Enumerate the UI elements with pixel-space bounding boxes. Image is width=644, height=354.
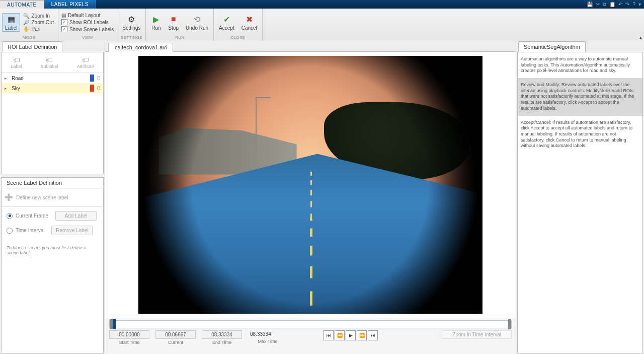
ribbon: ▦ Label 🔍Zoom In 🔎Zoom Out ✋Pan MODE ▤De… <box>0 9 644 41</box>
chevron-down-icon[interactable]: ▾ <box>638 2 641 7</box>
roi-label-text: Label <box>11 64 22 69</box>
current-time-value[interactable]: 00.06667 <box>155 330 196 339</box>
algo-accept-step: Accept/Cancel: If results of automation … <box>518 116 642 153</box>
undo-run-button[interactable]: ⟲Undo Run <box>183 13 211 32</box>
run-button[interactable]: ▶Run <box>148 13 164 32</box>
ribbon-group-run: ▶Run ■Stop ⟲Undo Run RUN <box>146 9 214 41</box>
pan-button[interactable]: ✋Pan <box>21 26 55 32</box>
ribbon-expand-toggle[interactable]: ▴ <box>639 35 642 40</box>
playback-controls: ⏮ ⏪ ▶ ⏩ ⏭ <box>324 330 378 340</box>
radio-time-interval[interactable] <box>7 228 13 234</box>
define-scene-button[interactable]: ✚ Define new scene label <box>2 188 103 207</box>
layout-icon: ▤ <box>61 13 66 18</box>
paste-icon[interactable]: 📋 <box>609 2 615 7</box>
label-mode-button[interactable]: ▦ Label <box>2 13 20 32</box>
right-column: SemanticSegAlgorithm Automation algorith… <box>516 41 644 354</box>
end-time-value[interactable]: 08.33334 <box>202 330 242 339</box>
chevron-right-icon: ▸ <box>5 76 9 81</box>
roi-label-list: ▸ Road ⬯ ▸ Sky ⬯ <box>2 73 103 174</box>
zoom-time-interval-button[interactable]: Zoom In Time Interval <box>442 330 512 339</box>
roi-label-button: 🏷Label <box>11 56 22 69</box>
ribbon-view-footer: VIEW <box>60 35 115 41</box>
copy-icon[interactable]: ⧉ <box>603 2 606 8</box>
undo-icon: ⟲ <box>192 14 202 24</box>
zoom-out-label: Zoom Out <box>31 20 53 25</box>
timeline-track[interactable] <box>109 320 512 328</box>
show-roi-checkbox[interactable]: ✓Show ROI Labels <box>60 19 115 25</box>
tab-label-pixels[interactable]: LABEL PIXELS <box>44 0 97 9</box>
play-button[interactable]: ▶ <box>346 330 356 340</box>
roi-sublabel-text: Sublabel <box>41 64 58 69</box>
stop-button[interactable]: ■Stop <box>165 13 182 32</box>
ribbon-group-close: ✔Accept ✖Cancel CLOSE <box>214 9 263 41</box>
playhead[interactable] <box>113 319 116 329</box>
roi-attribute-button: 🏷Attribute <box>77 56 94 69</box>
viewer-canvas[interactable] <box>105 52 516 318</box>
scene-panel: ✚ Define new scene label Current Frame A… <box>1 188 104 353</box>
show-scene-label: Show Scene Labels <box>69 27 114 32</box>
plus-icon: ✚ <box>5 191 13 203</box>
remove-label-button[interactable]: Remove Label <box>51 226 93 235</box>
undo-run-label: Undo Run <box>186 25 208 31</box>
roi-label-sky[interactable]: ▸ Sky ⬯ <box>2 83 103 93</box>
roi-label-road[interactable]: ▸ Road ⬯ <box>2 73 103 83</box>
viewer-tabbar: caltech_cordova1.avi <box>105 41 516 52</box>
gear-icon: ⚙ <box>126 14 136 24</box>
roi-panel-tab[interactable]: ROI Label Definition <box>2 41 62 52</box>
roi-panel: 🏷Label 🏷Sublabel 🏷Attribute ▸ Road ⬯ ▸ S… <box>1 52 104 174</box>
goto-start-button[interactable]: ⏮ <box>324 330 334 340</box>
scene-options: Current Frame Add Label Time Interval Re… <box>2 207 103 239</box>
max-time-value: 08.33334 <box>248 330 287 338</box>
time-interval-label: Time Interval <box>16 228 44 233</box>
show-scene-checkbox[interactable]: ✓Show Scene Labels <box>60 26 115 32</box>
zoom-in-label: Zoom In <box>31 13 50 19</box>
zoom-out-icon: 🔎 <box>23 20 29 25</box>
chevron-right-icon: ▸ <box>5 86 9 91</box>
accept-button[interactable]: ✔Accept <box>216 13 237 32</box>
ribbon-group-settings: ⚙ Settings SETTINGS <box>117 9 146 41</box>
redo-icon[interactable]: ↷ <box>625 2 629 7</box>
max-time-label: Max Time <box>258 339 277 344</box>
settings-button[interactable]: ⚙ Settings <box>119 13 143 32</box>
tab-automate[interactable]: AUTOMATE <box>0 0 44 9</box>
step-forward-button[interactable]: ⏩ <box>357 330 367 340</box>
zoom-in-button[interactable]: 🔍Zoom In <box>21 13 55 19</box>
add-label-button[interactable]: Add Label <box>55 211 97 221</box>
stop-label: Stop <box>168 25 179 31</box>
goto-end-button[interactable]: ⏭ <box>368 330 378 340</box>
default-layout-button[interactable]: ▤Default Layout <box>60 13 115 18</box>
color-swatch <box>90 85 94 92</box>
pan-icon: ✋ <box>23 26 29 32</box>
algo-description: Automation algorithms are a way to autom… <box>518 52 642 78</box>
help-icon[interactable]: ? <box>632 2 635 7</box>
start-time-label: Start Time <box>119 340 139 345</box>
tag-icon: 🏷 <box>13 56 20 64</box>
ribbon-close-footer: CLOSE <box>216 35 260 41</box>
current-time-label: Current <box>168 340 183 345</box>
algorithm-panel-tab[interactable]: SemanticSegAlgorithm <box>518 41 586 52</box>
save-icon[interactable]: 💾 <box>587 2 593 7</box>
timeline-controls: 00.00000 Start Time 00.06667 Current 08.… <box>109 330 512 345</box>
start-time-value[interactable]: 00.00000 <box>109 330 149 339</box>
roi-label-name: Road <box>12 76 87 81</box>
label-icon: ▦ <box>6 14 16 24</box>
ribbon-run-footer: RUN <box>148 35 211 41</box>
end-time-label: End Time <box>212 340 231 345</box>
ribbon-group-view: ▤Default Layout ✓Show ROI Labels ✓Show S… <box>58 9 117 41</box>
roi-sublabel-button: 🏷Sublabel <box>41 56 58 69</box>
interval-end-handle[interactable] <box>508 319 511 329</box>
zoom-out-button[interactable]: 🔎Zoom Out <box>21 19 55 26</box>
stop-icon: ■ <box>169 14 179 24</box>
color-swatch <box>90 75 94 82</box>
undo-icon[interactable]: ↶ <box>618 2 622 7</box>
default-layout-label: Default Layout <box>68 13 101 18</box>
cancel-button[interactable]: ✖Cancel <box>238 13 260 32</box>
step-back-button[interactable]: ⏪ <box>335 330 345 340</box>
end-time-field: 08.33334 End Time <box>202 330 242 345</box>
radio-current-frame[interactable] <box>7 213 13 219</box>
tag-icon: 🏷 <box>82 56 89 64</box>
scene-panel-tab[interactable]: Scene Label Definition <box>1 177 104 188</box>
cut-icon[interactable]: ✂ <box>596 2 600 7</box>
viewer-file-tab[interactable]: caltech_cordova1.avi <box>108 43 173 52</box>
scene-hint: To label a scene, you must first define … <box>2 239 103 261</box>
